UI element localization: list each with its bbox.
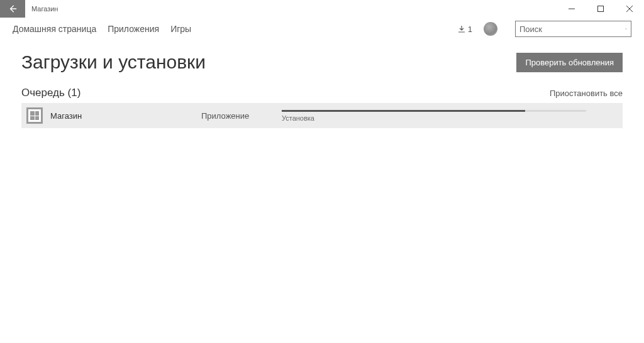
svg-point-1: [625, 28, 626, 30]
progress-status: Установка: [282, 114, 586, 122]
nav-home[interactable]: Домашняя страница: [13, 24, 96, 34]
search-box[interactable]: [515, 21, 631, 37]
navbar: Домашняя страница Приложения Игры 1: [0, 18, 644, 40]
store-app-icon: [26, 107, 43, 124]
queue-header: Очередь (1) Приостановить все: [21, 87, 623, 99]
nav-apps[interactable]: Приложения: [108, 24, 159, 34]
window-title: Магазин: [25, 0, 557, 18]
arrow-left-icon: [8, 4, 17, 13]
progress-bar: [282, 110, 586, 112]
back-button[interactable]: [0, 0, 25, 18]
download-indicator[interactable]: 1: [458, 24, 472, 34]
svg-rect-0: [598, 6, 604, 12]
progress-column: Установка: [282, 110, 618, 122]
queue-title: Очередь (1): [21, 87, 550, 99]
search-input[interactable]: [519, 24, 625, 34]
close-icon: [626, 6, 633, 12]
close-button[interactable]: [615, 0, 644, 18]
check-updates-button[interactable]: Проверить обновления: [516, 53, 623, 72]
app-type: Приложение: [201, 111, 282, 121]
minimize-icon: [569, 6, 575, 12]
download-count: 1: [468, 24, 472, 34]
nav-games[interactable]: Игры: [170, 24, 191, 34]
app-name: Магазин: [50, 111, 201, 121]
queue-row[interactable]: Магазин Приложение Установка: [21, 103, 623, 128]
pause-all-link[interactable]: Приостановить все: [550, 89, 623, 98]
maximize-icon: [597, 6, 604, 12]
content: Загрузки и установки Проверить обновлени…: [0, 40, 644, 139]
maximize-button[interactable]: [586, 0, 615, 18]
user-avatar[interactable]: [484, 22, 497, 36]
download-icon: [458, 25, 465, 33]
titlebar: Магазин: [0, 0, 644, 18]
window-controls: [557, 0, 644, 18]
page-title: Загрузки и установки: [21, 52, 516, 73]
page-header: Загрузки и установки Проверить обновлени…: [21, 52, 623, 73]
minimize-button[interactable]: [557, 0, 586, 18]
search-icon: [625, 24, 627, 33]
progress-fill: [282, 110, 525, 112]
